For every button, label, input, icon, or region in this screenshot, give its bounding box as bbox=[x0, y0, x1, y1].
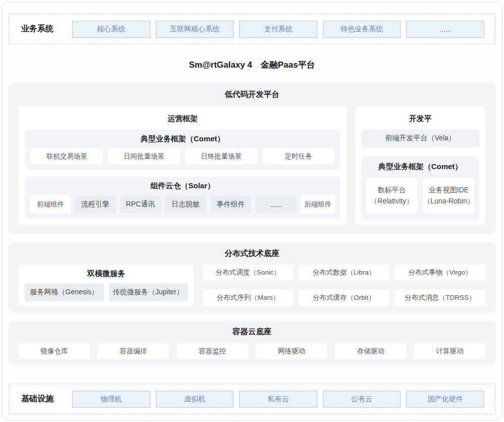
business-system-internet-core[interactable]: 互联网核心系统 bbox=[156, 21, 234, 38]
image-registry[interactable]: 镜像仓库 bbox=[19, 343, 90, 359]
distributed-base-title: 分布式技术底座 bbox=[19, 248, 485, 259]
infrastructure-box: 基础设施 物理机 虚拟机 私有云 公有云 国产化硬件 bbox=[9, 384, 495, 414]
distributed-sequence-mars[interactable]: 分布式序列（Mars） bbox=[203, 290, 293, 306]
dev-comet-title: 典型业务框架（Comet） bbox=[366, 162, 474, 172]
dual-microservice-title: 双模微服务 bbox=[25, 269, 188, 279]
network-driver[interactable]: 网络驱动 bbox=[256, 343, 327, 359]
low-code-platform-title: 低代码开发平台 bbox=[19, 89, 485, 100]
low-code-platform-section: 低代码开发平台 运营框架 典型业务框架（Comet） 联机交易场景 日间批量场景… bbox=[8, 83, 496, 234]
container-base-section: 容器云底座 镜像仓库 容器编排 容器监控 网络驱动 存储驱动 计算驱动 bbox=[8, 321, 496, 364]
business-system-more[interactable]: ...... bbox=[406, 21, 484, 38]
operation-framework-card: 运营框架 典型业务框架（Comet） 联机交易场景 日间批量场景 日终批量场景 … bbox=[19, 106, 347, 225]
distributed-message-tdrss[interactable]: 分布式消息（TDRSS） bbox=[395, 290, 485, 306]
relativity-line1: 数标平台 bbox=[378, 185, 406, 196]
infra-private-cloud[interactable]: 私有云 bbox=[239, 391, 317, 408]
scene-scheduled-task[interactable]: 定时任务 bbox=[262, 148, 334, 164]
solar-component-title: 组件云仓（Solar） bbox=[30, 181, 335, 191]
relativity-platform[interactable]: 数标平台 （Relativity） bbox=[366, 178, 417, 214]
dev-platform-title: 开发平 bbox=[361, 114, 479, 124]
distributed-base-section: 分布式技术底座 双模微服务 服务网格（Genesis） 传统微服务（Jupite… bbox=[8, 242, 496, 313]
component-process-engine[interactable]: 流程引擎 bbox=[75, 195, 116, 214]
component-rpc[interactable]: RPC通讯 bbox=[120, 195, 161, 214]
storage-driver[interactable]: 存储驱动 bbox=[335, 343, 406, 359]
component-event[interactable]: 事件组件 bbox=[210, 195, 252, 214]
container-base-title: 容器云底座 bbox=[19, 326, 485, 337]
compute-driver[interactable]: 计算驱动 bbox=[414, 343, 485, 359]
luna-robin-ide[interactable]: 业务视图IDE （Luna-Robin） bbox=[423, 178, 474, 214]
relativity-line2: （Relativity） bbox=[370, 196, 413, 207]
infra-physical-machine[interactable]: 物理机 bbox=[72, 391, 150, 408]
luna-robin-line1: 业务视图IDE bbox=[429, 185, 469, 196]
component-more[interactable]: ...... bbox=[255, 195, 297, 214]
component-log-masking[interactable]: 日志脱敏 bbox=[165, 195, 206, 214]
business-systems-strip: 核心系统 互联网核心系统 支付系统 特色业务系统 ...... bbox=[72, 21, 484, 38]
comet-framework-title: 典型业务框架（Comet） bbox=[31, 134, 334, 144]
infra-domestic-hardware[interactable]: 国产化硬件 bbox=[406, 391, 484, 408]
infrastructure-label: 基础设施 bbox=[21, 394, 72, 404]
service-mesh-genesis[interactable]: 服务网格（Genesis） bbox=[25, 283, 104, 301]
component-backend[interactable]: 后端组件 bbox=[301, 195, 335, 214]
solar-component-panel: 组件云仓（Solar） 前端组件 流程引擎 RPC通讯 日志脱敏 事件组件 ..… bbox=[25, 177, 341, 219]
distributed-scheduler-sonic[interactable]: 分布式调度（Sonic） bbox=[203, 265, 293, 281]
dev-platform-card: 开发平 前端开发平台（Vela） 典型业务框架（Comet） 数标平台 （Rel… bbox=[355, 106, 485, 225]
dual-microservice-card: 双模微服务 服务网格（Genesis） 传统微服务（Jupiter） bbox=[19, 265, 194, 306]
operation-framework-title: 运营框架 bbox=[25, 114, 341, 124]
distributed-cache-orbit[interactable]: 分布式缓存（Orbit） bbox=[299, 290, 389, 306]
dev-comet-panel: 典型业务框架（Comet） 数标平台 （Relativity） 业务视图IDE … bbox=[361, 156, 479, 221]
business-system-special[interactable]: 特色业务系统 bbox=[323, 21, 401, 38]
distributed-data-libra[interactable]: 分布式数据（Libra） bbox=[299, 265, 389, 281]
infra-public-cloud[interactable]: 公有云 bbox=[323, 391, 401, 408]
scene-endofday-batch[interactable]: 日终批量场景 bbox=[185, 148, 257, 164]
page-title: Sm@rtGalaxy 4 金融Paas平台 bbox=[0, 59, 504, 71]
business-systems-label: 业务系统 bbox=[21, 24, 72, 34]
business-system-core[interactable]: 核心系统 bbox=[72, 21, 150, 38]
business-systems-box: 业务系统 核心系统 互联网核心系统 支付系统 特色业务系统 ...... bbox=[9, 14, 495, 44]
infra-virtual-machine[interactable]: 虚拟机 bbox=[156, 391, 234, 408]
component-frontend[interactable]: 前端组件 bbox=[30, 195, 71, 214]
infrastructure-strip: 物理机 虚拟机 私有云 公有云 国产化硬件 bbox=[72, 391, 484, 408]
scene-online-transaction[interactable]: 联机交易场景 bbox=[31, 148, 103, 164]
container-monitoring[interactable]: 容器监控 bbox=[177, 343, 248, 359]
traditional-microservice-jupiter[interactable]: 传统微服务（Jupiter） bbox=[109, 283, 188, 301]
distributed-transaction-virgo[interactable]: 分布式事物（Virgo） bbox=[395, 265, 485, 281]
business-system-payment[interactable]: 支付系统 bbox=[239, 21, 317, 38]
scene-daytime-batch[interactable]: 日间批量场景 bbox=[108, 148, 180, 164]
comet-framework-panel: 典型业务框架（Comet） 联机交易场景 日间批量场景 日终批量场景 定时任务 bbox=[25, 130, 341, 170]
architecture-diagram-page: 业务系统 核心系统 互联网核心系统 支付系统 特色业务系统 ...... Sm@… bbox=[0, 0, 504, 422]
frontend-dev-platform-vela[interactable]: 前端开发平台（Vela） bbox=[361, 129, 479, 147]
luna-robin-line2: （Luna-Robin） bbox=[423, 196, 474, 207]
container-orchestration[interactable]: 容器编排 bbox=[98, 343, 169, 359]
distributed-services-grid: 分布式调度（Sonic） 分布式数据（Libra） 分布式事物（Virgo） 分… bbox=[203, 265, 485, 306]
